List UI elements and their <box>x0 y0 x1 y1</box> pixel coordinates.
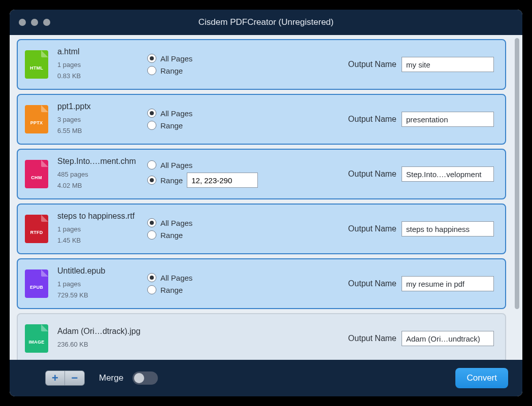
output-group: Output Name <box>269 276 494 291</box>
all-pages-radio[interactable] <box>147 273 156 282</box>
file-name: Untitled.epub <box>57 266 147 276</box>
window-controls <box>10 19 50 26</box>
file-pages: 1 pages <box>57 224 147 235</box>
titlebar: Cisdem PDFCreator (Unregistered) <box>10 10 522 35</box>
output-group: Output Name <box>269 112 494 127</box>
file-size: 236.60 KB <box>57 339 147 350</box>
range-input[interactable] <box>187 173 258 188</box>
file-meta: 485 pages4.02 MB <box>57 169 147 191</box>
file-row[interactable]: EPUBUntitled.epub1 pages729.59 KBAll Pag… <box>17 258 506 309</box>
merge-label: Merge <box>99 373 123 383</box>
file-size: 0.83 KB <box>57 71 147 82</box>
output-name-label: Output Name <box>348 224 396 233</box>
window-title: Cisdem PDFCreator (Unregistered) <box>10 17 522 27</box>
maximize-window-icon[interactable] <box>43 19 50 26</box>
file-info: Step.Into.…ment.chm485 pages4.02 MB <box>48 157 147 191</box>
output-name-input[interactable] <box>402 166 494 182</box>
output-name-label: Output Name <box>348 279 396 288</box>
file-info: steps to happiness.rtf1 pages1.45 KB <box>48 212 147 246</box>
range-label: Range <box>160 66 183 75</box>
output-name-input[interactable] <box>402 276 494 291</box>
all-pages-label: All Pages <box>160 54 192 63</box>
add-remove-group: + − <box>45 370 85 386</box>
range-label: Range <box>160 231 183 240</box>
range-radio[interactable] <box>147 230 156 240</box>
range-label: Range <box>160 286 183 294</box>
file-row[interactable]: CHMStep.Into.…ment.chm485 pages4.02 MBAl… <box>17 149 506 199</box>
file-name: steps to happiness.rtf <box>57 212 147 221</box>
all-pages-label: All Pages <box>160 219 192 227</box>
output-name-label: Output Name <box>348 334 396 343</box>
all-pages-label: All Pages <box>160 109 192 118</box>
app-window: Cisdem PDFCreator (Unregistered) HTMLa.h… <box>10 10 522 396</box>
close-window-icon[interactable] <box>19 19 26 26</box>
file-size: 6.55 MB <box>57 125 147 137</box>
file-type-icon: EPUB <box>25 269 48 298</box>
output-group: Output Name <box>269 331 494 346</box>
file-meta: 1 pages729.59 KB <box>57 279 147 301</box>
file-meta: 236.60 KB <box>57 339 147 350</box>
file-info: a.html1 pages0.83 KB <box>48 47 147 82</box>
file-list: HTMLa.html1 pages0.83 KBAll PagesRangeOu… <box>10 35 511 360</box>
output-name-label: Output Name <box>348 170 396 179</box>
minimize-window-icon[interactable] <box>31 19 38 26</box>
all-pages-radio[interactable] <box>147 54 156 63</box>
range-radio[interactable] <box>147 285 156 294</box>
file-name: Adam (Ori…dtrack).jpg <box>57 327 147 336</box>
file-type-icon: HTML <box>25 50 48 79</box>
add-file-button[interactable]: + <box>46 371 65 385</box>
file-meta: 3 pages6.55 MB <box>57 114 147 137</box>
file-info: ppt1.pptx3 pages6.55 MB <box>48 102 147 137</box>
range-radio[interactable] <box>147 121 156 130</box>
page-selection: All PagesRange <box>147 106 269 133</box>
file-row[interactable]: RTFDsteps to happiness.rtf1 pages1.45 KB… <box>17 204 506 254</box>
file-pages: 1 pages <box>57 279 147 290</box>
page-selection: All PagesRange <box>147 51 269 78</box>
output-name-input[interactable] <box>402 112 494 127</box>
file-row[interactable]: IMAGEAdam (Ori…dtrack).jpg236.60 KBOutpu… <box>17 313 506 360</box>
file-size: 1.45 KB <box>57 235 147 246</box>
file-pages: 485 pages <box>57 169 147 180</box>
all-pages-label: All Pages <box>160 161 192 170</box>
all-pages-radio[interactable] <box>147 218 156 227</box>
file-size: 729.59 KB <box>57 290 147 301</box>
file-row[interactable]: PPTXppt1.pptx3 pages6.55 MBAll PagesRang… <box>17 94 506 145</box>
output-group: Output Name <box>269 166 494 182</box>
range-radio[interactable] <box>147 66 156 75</box>
range-label: Range <box>160 176 183 185</box>
file-row[interactable]: HTMLa.html1 pages0.83 KBAll PagesRangeOu… <box>17 39 506 90</box>
range-radio[interactable] <box>147 176 156 185</box>
page-selection: All PagesRange <box>147 270 269 297</box>
file-name: ppt1.pptx <box>57 102 147 111</box>
output-name-input[interactable] <box>402 57 494 72</box>
all-pages-radio[interactable] <box>147 160 156 170</box>
page-selection: All PagesRange <box>147 157 269 191</box>
file-info: Untitled.epub1 pages729.59 KB <box>48 266 147 301</box>
output-name-label: Output Name <box>348 115 396 124</box>
file-type-icon: PPTX <box>25 105 48 133</box>
convert-button[interactable]: Convert <box>455 368 508 388</box>
all-pages-label: All Pages <box>160 274 192 282</box>
file-name: a.html <box>57 47 147 56</box>
file-pages: 3 pages <box>57 114 147 125</box>
range-label: Range <box>160 121 183 130</box>
all-pages-radio[interactable] <box>147 109 156 118</box>
merge-toggle[interactable] <box>132 371 158 385</box>
page-selection: All PagesRange <box>147 215 269 243</box>
output-name-label: Output Name <box>348 60 396 69</box>
file-meta: 1 pages0.83 KB <box>57 59 147 82</box>
output-name-input[interactable] <box>402 221 494 236</box>
remove-file-button[interactable]: − <box>65 371 84 385</box>
file-size: 4.02 MB <box>57 180 147 191</box>
file-pages: 1 pages <box>57 59 147 71</box>
output-group: Output Name <box>269 221 494 236</box>
file-type-icon: RTFD <box>25 215 48 243</box>
output-group: Output Name <box>269 57 494 72</box>
scrollbar[interactable] <box>511 35 522 360</box>
file-type-icon: CHM <box>25 160 48 188</box>
file-type-icon: IMAGE <box>25 324 48 353</box>
file-name: Step.Into.…ment.chm <box>57 157 147 166</box>
file-meta: 1 pages1.45 KB <box>57 224 147 246</box>
scrollbar-thumb[interactable] <box>515 38 519 309</box>
output-name-input[interactable] <box>402 331 494 346</box>
